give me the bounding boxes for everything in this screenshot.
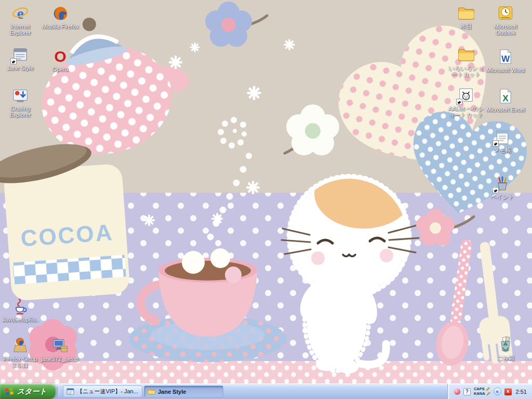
pen-icon: [486, 387, 490, 391]
desktop-icon-microsoft-outlook[interactable]: Microsoft Outlook: [485, 4, 526, 36]
icon-label: Firefox Setup 3.6.11: [0, 356, 41, 368]
folder-icon: [457, 46, 475, 63]
excel-icon: X: [497, 87, 514, 105]
folder-icon: [457, 4, 475, 22]
shortcut-arrow-icon: [493, 187, 499, 193]
icon-label: 昨日: [446, 23, 486, 30]
desktop-icon-opera[interactable]: O Opera: [40, 47, 81, 72]
icon-label: Craving Explorer: [0, 105, 41, 118]
desktop-icon-javasetup[interactable]: JavaSetup6u..: [0, 297, 41, 323]
system-tray: ? CAPS KANA « × 2:51: [447, 384, 532, 399]
svg-text:W: W: [501, 54, 510, 64]
ime-language-indicator[interactable]: CAPS KANA: [474, 387, 490, 396]
taskbar: スタート 【ニュー速VIP】- Jan... Jane Style ? CAPS…: [0, 383, 532, 399]
pink-ball-icon: [454, 389, 460, 395]
firefox-setup-icon: [11, 337, 29, 354]
icon-label: Microsoft Word: [485, 67, 526, 73]
icon-label: jane372_setup: [39, 356, 80, 362]
desktop-icon-notepad[interactable]: メモ帳: [482, 128, 523, 153]
taskbar-task-jane-style[interactable]: Jane Style: [144, 385, 223, 397]
aalist-icon: [457, 86, 475, 104]
outlook-icon: [497, 4, 514, 22]
icon-label: Internet Explorer: [0, 23, 41, 36]
firefox-icon: [51, 4, 69, 22]
icon-label: Mozilla Firefox: [40, 23, 81, 30]
taskbar-drag-handle[interactable]: [56, 384, 62, 399]
java-icon: [11, 297, 29, 315]
shortcut-arrow-icon: [10, 58, 17, 64]
shortcut-arrow-icon: [493, 140, 499, 147]
desktop-icon-firefox-setup[interactable]: Firefox Setup 3.6.11: [0, 337, 41, 368]
kana-indicator: KANA: [474, 392, 485, 396]
shortcut-arrow-icon: [456, 99, 462, 105]
desktop-icon-mozilla-firefox[interactable]: Mozilla Firefox: [40, 4, 81, 30]
desktop-icon-folder-shortcuts[interactable]: いろいろショートカット: [446, 46, 486, 77]
icon-label: Jane Style: [0, 65, 41, 71]
task-label: 【ニュー速VIP】- Jan...: [77, 388, 138, 395]
start-button[interactable]: スタート: [0, 384, 56, 399]
desktop-icon-microsoft-word[interactable]: W Microsoft Word: [485, 48, 526, 73]
internet-explorer-icon: e: [11, 4, 29, 22]
desktop-icon-jane-style[interactable]: Jane Style: [0, 46, 41, 71]
icon-label: ごみ箱: [485, 355, 526, 361]
icon-label: Opera: [40, 66, 81, 72]
hide-icons-chevron[interactable]: «: [494, 388, 501, 395]
desktop-icon-aalist-shortcut[interactable]: AAList へのショートカット: [446, 86, 486, 118]
desktop-icon-microsoft-excel[interactable]: X Microsoft Excel: [485, 87, 526, 113]
task-label: Jane Style: [158, 389, 186, 395]
icon-label: Microsoft Excel: [485, 107, 526, 113]
icon-label: いろいろショートカット: [446, 65, 486, 77]
desktop[interactable]: COCOA: [0, 0, 532, 383]
icon-label: ペイント: [482, 194, 523, 200]
jane-window-icon: [66, 388, 74, 395]
recycle-bin-icon: [497, 336, 514, 353]
svg-text:O: O: [54, 48, 66, 64]
tray-help-icon[interactable]: ?: [463, 388, 471, 395]
start-button-label: スタート: [17, 387, 47, 396]
icon-label: JavaSetup6u..: [0, 316, 41, 323]
help-icon: ?: [463, 388, 471, 395]
icon-label: メモ帳: [482, 147, 523, 153]
installer-icon: [51, 337, 69, 354]
desktop-icon-recycle-bin[interactable]: ごみ箱: [485, 336, 526, 361]
word-icon: W: [497, 48, 514, 65]
desktop-icon-paint[interactable]: ペイント: [482, 175, 523, 200]
opera-icon: O: [51, 47, 69, 64]
security-alert-icon[interactable]: ×: [504, 388, 512, 395]
pen-icon: [486, 392, 490, 396]
desktop-icon-folder-yesterday[interactable]: 昨日: [446, 4, 486, 30]
taskbar-task-news-vip[interactable]: 【ニュー速VIP】- Jan...: [63, 385, 142, 397]
svg-text:X: X: [502, 94, 509, 103]
notepad-icon: [494, 128, 511, 145]
icon-label: AAList へのショートカット: [446, 105, 486, 118]
desktop-icon-craving-explorer[interactable]: Craving Explorer: [0, 86, 41, 118]
folder-icon: [148, 388, 155, 395]
desktop-icon-jane372-setup[interactable]: jane372_setup: [39, 337, 80, 362]
windows-logo-icon: [5, 387, 14, 396]
paint-icon: [494, 175, 511, 192]
tray-app-icon[interactable]: [454, 389, 460, 395]
desktop-icon-internet-explorer[interactable]: e Internet Explorer: [0, 4, 41, 36]
caps-indicator: CAPS: [474, 387, 485, 391]
icon-label: Microsoft Outlook: [485, 23, 526, 36]
tray-clock[interactable]: 2:51: [515, 389, 527, 395]
svg-text:e: e: [17, 5, 23, 22]
jane-style-icon: [11, 46, 29, 63]
craving-explorer-icon: [11, 86, 29, 104]
